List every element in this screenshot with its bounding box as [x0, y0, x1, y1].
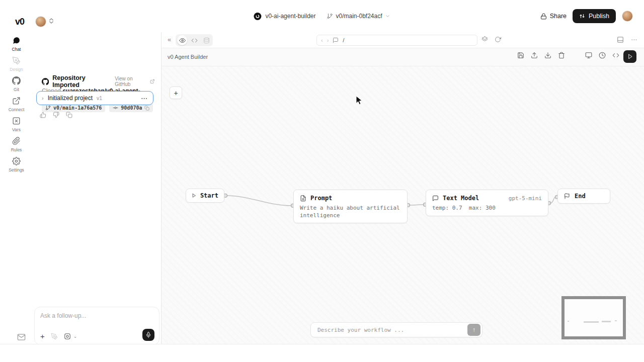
chevron-down-icon	[385, 14, 390, 19]
back-button[interactable]: ‹	[321, 37, 323, 43]
run-workflow-button[interactable]	[623, 50, 636, 63]
attach-button[interactable]: +	[40, 332, 45, 340]
rail-item-chat[interactable]: Chat	[0, 36, 33, 52]
v0-app-window: v0 v0-ai-agent-builder v0/main-0bf24acf …	[0, 0, 644, 362]
main-area: « ‹ › / ⋯ v0 Agent Builder	[161, 32, 644, 344]
commit-badge-label: 90d070a	[121, 105, 142, 111]
project-name[interactable]: v0-ai-agent-builder	[265, 13, 315, 20]
rail-item-vars[interactable]: Vars	[0, 117, 33, 132]
mouse-cursor	[356, 96, 363, 108]
workspace-avatar[interactable]	[35, 16, 46, 27]
view-on-github-link[interactable]: View on GitHub	[115, 76, 155, 87]
version-number: v1	[97, 95, 102, 101]
rail-item-rules[interactable]: Rules	[0, 137, 33, 152]
node-title: Prompt	[310, 195, 332, 202]
design-mode-icon[interactable]	[51, 333, 58, 340]
url-path: /	[343, 37, 344, 43]
collapse-sidebar-button[interactable]: «	[168, 36, 171, 43]
panel-layout-icon[interactable]	[617, 36, 624, 43]
thumbs-down-button[interactable]	[53, 112, 59, 118]
node-start[interactable]: Start	[186, 189, 224, 203]
send-button[interactable]: ↑	[467, 324, 480, 336]
more-options-icon[interactable]: ⋯	[141, 95, 148, 102]
more-menu-icon[interactable]: ⋯	[631, 37, 637, 43]
workflow-prompt-bar: ↑	[310, 322, 482, 337]
source-select-icon[interactable]	[64, 333, 71, 340]
builder-header: v0 Agent Builder	[162, 48, 644, 66]
publish-label: Publish	[589, 13, 609, 20]
branch-selector[interactable]: v0/main-0bf24acf	[327, 13, 390, 20]
builder-toolbar	[517, 52, 619, 59]
node-title: End	[575, 193, 586, 200]
version-card[interactable]: › Initialized project v1 ⋯	[36, 91, 153, 105]
document-icon	[300, 195, 306, 202]
node-title: Start	[200, 192, 218, 199]
chevron-right-icon[interactable]: ›	[42, 95, 44, 101]
preview-eye-button[interactable]	[177, 35, 187, 45]
gear-icon	[12, 157, 21, 165]
copy-icon	[144, 106, 149, 111]
thumbs-up-button[interactable]	[40, 112, 46, 118]
preview-toolbar: « ‹ › / ⋯	[162, 32, 644, 48]
rail-label: Design	[10, 67, 23, 72]
node-body: Write a haiku about artificial intellige…	[300, 205, 401, 220]
external-link-icon	[150, 79, 155, 84]
rail-label: Git	[14, 87, 19, 92]
console-icon[interactable]	[333, 37, 339, 43]
chevron-down-icon[interactable]: ⌄	[73, 334, 77, 339]
chat-panel: Repository Imported View on GitHub Clone…	[33, 32, 161, 344]
download-button[interactable]	[544, 52, 551, 59]
rail-item-git[interactable]: Git	[0, 76, 33, 92]
forward-button[interactable]: ›	[327, 37, 329, 43]
link-label: View on GitHub	[115, 76, 148, 87]
refresh-icon[interactable]	[495, 36, 501, 43]
preview-monitor-button[interactable]	[585, 52, 592, 59]
play-icon	[627, 54, 633, 59]
chat-icon	[12, 36, 21, 45]
rail-item-connect[interactable]: Connect	[0, 97, 33, 112]
lock-icon	[540, 13, 547, 20]
node-text-model[interactable]: Text Model gpt-5-mini temp: 0.7 max: 300	[426, 190, 548, 216]
rail-label: Vars	[12, 127, 21, 132]
view-mode-toggle	[176, 34, 213, 46]
code-button[interactable]	[612, 52, 619, 59]
chat-input-toolbar: + ⌄	[40, 332, 77, 340]
mic-button[interactable]	[142, 329, 154, 341]
v0-logo[interactable]: v0	[15, 17, 24, 27]
delete-button[interactable]	[558, 52, 565, 59]
git-branch-icon	[45, 105, 51, 111]
workflow-canvas[interactable]: + Start Prompt Write a haiku about artif…	[162, 66, 644, 344]
bottom-strip	[0, 344, 644, 362]
upload-button[interactable]	[531, 52, 538, 59]
workspace-switcher-icon[interactable]	[49, 18, 53, 24]
preview-window-controls: ⋯	[617, 36, 637, 43]
user-avatar[interactable]	[622, 11, 633, 22]
code-view-button[interactable]	[189, 35, 199, 45]
feedback-row	[40, 112, 72, 118]
node-end[interactable]: End	[557, 189, 610, 204]
message-icon	[432, 195, 439, 202]
url-bar[interactable]: ‹ › /	[316, 35, 477, 46]
mail-icon[interactable]	[17, 333, 26, 341]
connect-icon	[12, 97, 21, 105]
play-icon	[192, 193, 196, 199]
history-button[interactable]	[599, 52, 606, 59]
workflow-input[interactable]	[317, 327, 467, 333]
minimap[interactable]	[561, 296, 626, 339]
breadcrumb: v0-ai-agent-builder v0/main-0bf24acf	[254, 0, 390, 32]
data-view-button[interactable]	[201, 35, 211, 45]
github-icon	[42, 78, 49, 85]
rail-item-design[interactable]: Design	[0, 56, 33, 72]
publish-button[interactable]: Publish	[573, 9, 616, 23]
rail-item-settings[interactable]: Settings	[0, 157, 33, 172]
copy-message-button[interactable]	[66, 112, 72, 118]
add-node-button[interactable]: +	[170, 86, 182, 99]
layers-icon[interactable]	[481, 36, 488, 43]
git-commit-icon	[113, 105, 118, 111]
left-rail: Chat Design Git Connect Vars Rules Setti…	[0, 32, 33, 344]
branch-badge-label: v0/main-1a76a576	[53, 105, 102, 111]
node-prompt[interactable]: Prompt Write a haiku about artificial in…	[293, 190, 408, 223]
share-button[interactable]: Share	[540, 13, 567, 20]
follow-up-input[interactable]	[40, 312, 151, 319]
save-button[interactable]	[517, 52, 524, 59]
